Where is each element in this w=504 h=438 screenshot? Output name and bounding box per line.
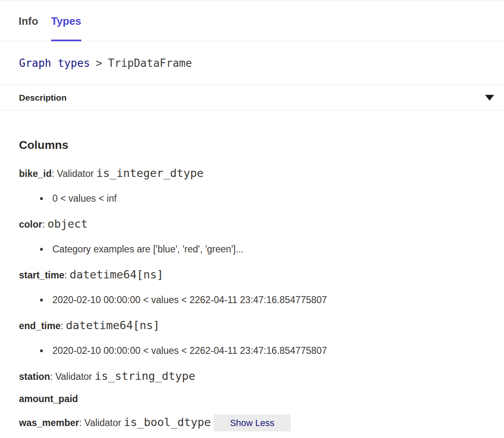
column-dtype-code: datetime64[ns] xyxy=(70,268,164,281)
column-entry: amount_paid xyxy=(19,393,485,405)
column-dtype-code: is_integer_dtype xyxy=(97,167,204,179)
column-name: station xyxy=(19,371,50,382)
chevron-down-icon xyxy=(485,95,494,101)
column-entry: bike_id: Validator is_integer_dtype 0 < … xyxy=(19,167,485,205)
docs-page: Info Types Graph types > TripDataFrame D… xyxy=(0,0,504,438)
column-name: start_time xyxy=(19,270,64,280)
columns-list: bike_id: Validator is_integer_dtype 0 < … xyxy=(19,167,485,429)
breadcrumb-link-graph-types[interactable]: Graph types xyxy=(19,57,90,69)
breadcrumb: Graph types > TripDataFrame xyxy=(0,41,504,85)
bullet-text: 2020-02-10 00:00:00 < values < 2262-04-1… xyxy=(52,344,327,357)
bullet-dot xyxy=(40,197,43,200)
breadcrumb-separator: > xyxy=(96,57,102,69)
bullet-dot xyxy=(40,349,43,352)
column-entry: start_time: datetime64[ns] 2020-02-10 00… xyxy=(19,269,485,306)
column-prefix: : xyxy=(61,320,66,331)
bullet-text: 2020-02-10 00:00:00 < values < 2262-04-1… xyxy=(52,294,327,306)
column-entry: color: object Category examples are ['bl… xyxy=(19,218,485,255)
column-name: amount_paid xyxy=(19,393,78,404)
column-prefix: : Validator xyxy=(79,417,124,428)
column-bullets: 0 < values < inf xyxy=(19,192,485,205)
column-dtype-code: is_string_dtype xyxy=(95,370,195,382)
column-entry-line: end_time: datetime64[ns] xyxy=(19,320,485,332)
column-constraint-bullet: 2020-02-10 00:00:00 < values < 2262-04-1… xyxy=(19,344,485,357)
column-name: bike_id xyxy=(19,168,52,179)
column-constraint-bullet: 0 < values < inf xyxy=(19,192,485,205)
column-prefix: : xyxy=(64,270,70,280)
column-bullets: 2020-02-10 00:00:00 < values < 2262-04-1… xyxy=(19,294,485,306)
tab-types[interactable]: Types xyxy=(51,0,81,41)
tab-info[interactable]: Info xyxy=(19,0,38,41)
column-entry-line: color: object xyxy=(19,218,485,231)
column-constraint-bullet: Category examples are ['blue', 'red', 'g… xyxy=(19,243,485,255)
bullet-dot xyxy=(40,248,43,251)
column-dtype-code: is_bool_dtype xyxy=(124,416,211,429)
breadcrumb-current: TripDataFrame xyxy=(108,57,192,69)
column-bullets: 2020-02-10 00:00:00 < values < 2262-04-1… xyxy=(19,344,485,357)
columns-heading: Columns xyxy=(19,139,485,152)
tab-bar: Info Types xyxy=(0,0,504,41)
column-dtype-code: datetime64[ns] xyxy=(66,319,160,332)
show-less-button[interactable]: Show Less xyxy=(214,414,291,431)
column-prefix: : xyxy=(42,219,47,230)
column-bullets: Category examples are ['blue', 'red', 'g… xyxy=(19,243,485,255)
description-accordion-header[interactable]: Description xyxy=(0,85,504,111)
column-entry: end_time: datetime64[ns] 2020-02-10 00:0… xyxy=(19,320,485,357)
column-dtype-code: object xyxy=(47,217,88,230)
column-name: end_time xyxy=(19,320,61,331)
column-entry-line: station: Validator is_string_dtype xyxy=(19,370,485,383)
column-entry: station: Validator is_string_dtype xyxy=(19,370,485,383)
description-title: Description xyxy=(19,93,67,103)
column-name: was_member xyxy=(19,417,79,428)
column-name: color xyxy=(19,219,42,230)
bullet-text: Category examples are ['blue', 'red', 'g… xyxy=(52,243,244,255)
bullet-dot xyxy=(40,299,43,301)
column-entry-line: start_time: datetime64[ns] xyxy=(19,269,485,281)
columns-section: Columns bike_id: Validator is_integer_dt… xyxy=(0,139,504,429)
column-constraint-bullet: 2020-02-10 00:00:00 < values < 2262-04-1… xyxy=(19,294,485,306)
column-prefix: : Validator xyxy=(50,371,94,382)
bullet-text: 0 < values < inf xyxy=(52,192,117,205)
column-prefix: : Validator xyxy=(52,168,96,179)
column-entry-line: amount_paid xyxy=(19,393,485,405)
column-entry-line: bike_id: Validator is_integer_dtype xyxy=(19,167,485,180)
